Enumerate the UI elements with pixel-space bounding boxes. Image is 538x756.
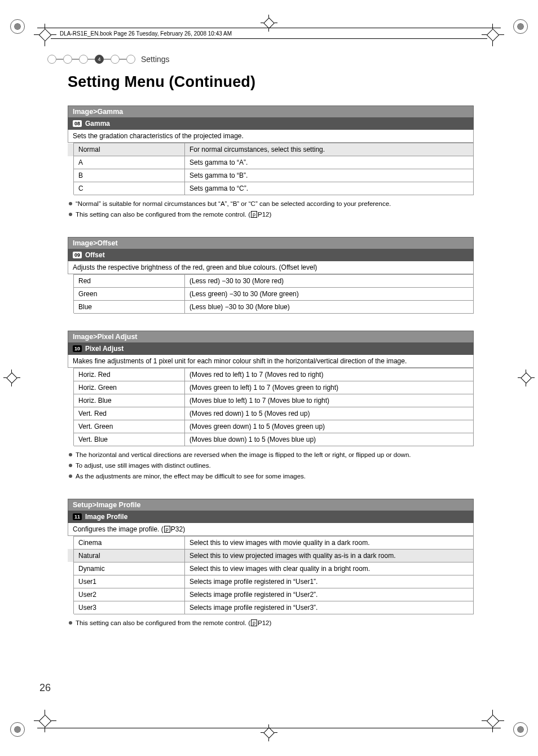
option-name: Vert. Red — [74, 407, 185, 420]
table-row: Vert. Green(Moves green down) 1 to 5 (Mo… — [68, 420, 474, 433]
running-header: DLA-RS1E_EN.book Page 26 Tuesday, Februa… — [60, 30, 487, 37]
option-value: (Moves green down) 1 to 5 (Moves green u… — [185, 420, 474, 433]
table-row: DynamicSelect this to view images with c… — [68, 562, 474, 575]
section-notes: This setting can also be configured from… — [68, 618, 474, 628]
table-row: ASets gamma to “A”. — [68, 156, 474, 169]
section-description: Adjusts the respective brightness of the… — [68, 261, 474, 274]
section-description: Makes fine adjustments of 1 pixel unit f… — [68, 355, 474, 368]
options-table: Horiz. Red(Moves red to left) 1 to 7 (Mo… — [68, 368, 474, 446]
note-text: “Normal” is suitable for normal circumst… — [68, 199, 474, 209]
table-row: NaturalSelect this to view projected ima… — [68, 549, 474, 562]
option-value: Sets gamma to “B”. — [185, 169, 474, 182]
section-pixel-adjust: Image>Pixel Adjust 10 Pixel Adjust Makes… — [68, 331, 474, 482]
options-table: CinemaSelect this to view images with mo… — [68, 536, 474, 614]
note-text: The horizontal and vertical directions a… — [68, 450, 474, 460]
registration-mark-icon — [10, 722, 25, 737]
page-title: Setting Menu (Continued) — [68, 73, 474, 91]
option-value: Selects image profile registered in “Use… — [185, 601, 474, 614]
page-ref-icon: p — [164, 526, 170, 533]
option-name: B — [74, 169, 185, 182]
section-notes: The horizontal and vertical directions a… — [68, 450, 474, 482]
item-label: Pixel Adjust — [85, 345, 124, 353]
breadcrumb-stepper: 4 Settings — [47, 55, 170, 64]
note-text: This setting can also be configured from… — [68, 209, 474, 220]
table-row: Horiz. Blue(Moves blue to left) 1 to 7 (… — [68, 394, 474, 407]
item-number-badge: 08 — [73, 120, 82, 127]
page-number: 26 — [39, 682, 51, 694]
option-value: Sets gamma to “C”. — [185, 182, 474, 195]
section-description: Configures the image profile. (pP32) — [68, 523, 474, 536]
option-name: User2 — [74, 588, 185, 601]
option-value: Selects image profile registered in “Use… — [185, 588, 474, 601]
table-row: User1Selects image profile registered in… — [68, 575, 474, 588]
table-row: Red(Less red) −30 to 30 (More red) — [68, 274, 474, 287]
option-value: (Moves red to left) 1 to 7 (Moves red to… — [185, 368, 474, 381]
table-row: CinemaSelect this to view images with mo… — [68, 536, 474, 549]
option-name: Horiz. Blue — [74, 394, 185, 407]
item-label: Offset — [85, 251, 105, 259]
option-value: (Less green) −30 to 30 (More green) — [185, 287, 474, 300]
section-breadcrumb: Setup>Image Profile — [68, 499, 474, 511]
option-name: Horiz. Red — [74, 368, 185, 381]
option-value: Select this to view images with movie qu… — [185, 536, 474, 549]
option-value: For normal circumstances, select this se… — [185, 143, 474, 156]
option-name: Natural — [74, 549, 185, 562]
section-image-profile: Setup>Image Profile 11 Image Profile Con… — [68, 499, 474, 628]
section-subheader: 09 Offset — [68, 249, 474, 261]
option-value: (Moves red down) 1 to 5 (Moves red up) — [185, 407, 474, 420]
table-row: NormalFor normal circumstances, select t… — [68, 143, 474, 156]
section-subheader: 10 Pixel Adjust — [68, 342, 474, 355]
table-row: Horiz. Green(Moves green to left) 1 to 7… — [68, 381, 474, 394]
option-name: User1 — [74, 575, 185, 588]
registration-mark-icon — [10, 19, 25, 34]
table-row: Horiz. Red(Moves red to left) 1 to 7 (Mo… — [68, 368, 474, 381]
item-label: Gamma — [85, 120, 110, 128]
options-table: Red(Less red) −30 to 30 (More red)Green(… — [68, 274, 474, 314]
note-text: This setting can also be configured from… — [68, 618, 474, 628]
step-active: 4 — [95, 55, 104, 64]
book-page-info: DLA-RS1E_EN.book Page 26 Tuesday, Februa… — [60, 30, 232, 37]
table-row: CSets gamma to “C”. — [68, 182, 474, 195]
table-row: Green(Less green) −30 to 30 (More green) — [68, 287, 474, 300]
item-number-badge: 10 — [73, 345, 82, 352]
section-breadcrumb: Image>Offset — [68, 237, 474, 249]
option-name: Green — [74, 287, 185, 300]
table-row: User2Selects image profile registered in… — [68, 588, 474, 601]
note-text: To adjust, use still images with distinc… — [68, 460, 474, 471]
table-row: Vert. Blue(Moves blue down) 1 to 5 (Move… — [68, 433, 474, 446]
page-ref-icon: p — [251, 211, 257, 218]
option-name: Horiz. Green — [74, 381, 185, 394]
option-name: Normal — [74, 143, 185, 156]
option-value: (Less blue) −30 to 30 (More blue) — [185, 300, 474, 313]
table-row: Vert. Red(Moves red down) 1 to 5 (Moves … — [68, 407, 474, 420]
table-row: BSets gamma to “B”. — [68, 169, 474, 182]
section-breadcrumb: Image>Pixel Adjust — [68, 331, 474, 342]
option-name: Vert. Green — [74, 420, 185, 433]
option-value: Sets gamma to “A”. — [185, 156, 474, 169]
option-name: Cinema — [74, 536, 185, 549]
registration-mark-icon — [513, 722, 528, 737]
option-name: Vert. Blue — [74, 433, 185, 446]
option-value: (Less red) −30 to 30 (More red) — [185, 274, 474, 287]
header-rule — [51, 38, 487, 39]
option-value: (Moves green to left) 1 to 7 (Moves gree… — [185, 381, 474, 394]
table-row: User3Selects image profile registered in… — [68, 601, 474, 614]
item-number-badge: 11 — [73, 513, 82, 520]
item-label: Image Profile — [85, 513, 127, 521]
option-value: Selects image profile registered in “Use… — [185, 575, 474, 588]
option-name: A — [74, 156, 185, 169]
option-name: User3 — [74, 601, 185, 614]
section-offset: Image>Offset 09 Offset Adjusts the respe… — [68, 237, 474, 314]
option-value: (Moves blue to left) 1 to 7 (Moves blue … — [185, 394, 474, 407]
option-value: (Moves blue down) 1 to 5 (Moves blue up) — [185, 433, 474, 446]
option-name: Dynamic — [74, 562, 185, 575]
section-description: Sets the gradation characteristics of th… — [68, 130, 474, 143]
option-name: Blue — [74, 300, 185, 313]
section-gamma: Image>Gamma 08 Gamma Sets the gradation … — [68, 106, 474, 220]
section-subheader: 11 Image Profile — [68, 511, 474, 523]
section-subheader: 08 Gamma — [68, 117, 474, 130]
option-name: Red — [74, 274, 185, 287]
side-mark-icon — [518, 370, 535, 386]
section-notes: “Normal” is suitable for normal circumst… — [68, 199, 474, 220]
breadcrumb-label: Settings — [141, 55, 170, 64]
